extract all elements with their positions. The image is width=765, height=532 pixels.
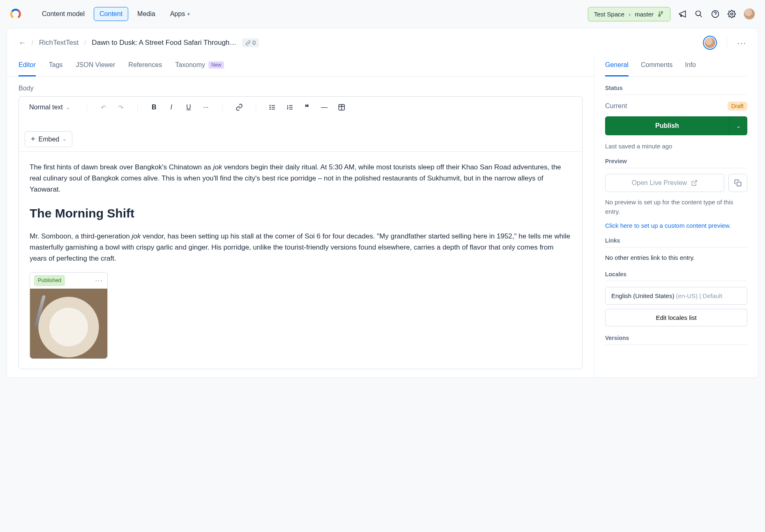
section-locales-heading: Locales xyxy=(605,271,747,281)
tab-references[interactable]: References xyxy=(128,56,162,76)
toolbar-divider xyxy=(222,103,223,112)
editor-column: Editor Tags JSON Viewer References Taxon… xyxy=(7,56,594,377)
no-preview-text: No preview is set up for the content typ… xyxy=(605,198,747,216)
toolbar-divider xyxy=(87,103,87,112)
last-saved-text: Last saved a minute ago xyxy=(605,143,747,150)
announce-icon[interactable] xyxy=(678,9,687,19)
chevron-down-icon: ⌄ xyxy=(736,123,741,129)
table-icon[interactable] xyxy=(337,104,346,111)
presence-avatar[interactable] xyxy=(703,36,717,50)
field-label-body: Body xyxy=(18,85,582,92)
undo-icon[interactable]: ↶ xyxy=(99,104,108,111)
toolbar-divider xyxy=(256,103,256,112)
locale-selector[interactable]: English (United States) (en-US) | Defaul… xyxy=(605,287,747,305)
logo xyxy=(10,8,21,20)
side-tab-general[interactable]: General xyxy=(605,56,629,76)
format-label: Normal text xyxy=(29,104,63,111)
topbar: Content model Content Media Apps ▾ Test … xyxy=(0,0,765,28)
toolbar-divider xyxy=(137,103,138,112)
sidebar-tabs: General Comments Info xyxy=(605,56,747,76)
top-navigation: Content model Content Media Apps ▾ xyxy=(36,7,588,21)
side-tab-info[interactable]: Info xyxy=(685,56,696,76)
chevron-down-icon: ⌄ xyxy=(62,136,66,142)
tab-taxonomy[interactable]: Taxonomy New xyxy=(175,56,224,76)
nav-apps-label: Apps xyxy=(170,10,185,18)
horizontal-rule-icon[interactable]: — xyxy=(320,104,328,111)
tab-tags[interactable]: Tags xyxy=(49,56,63,76)
rte-content-area[interactable]: The first hints of dawn break over Bangk… xyxy=(19,152,582,369)
nav-media[interactable]: Media xyxy=(132,7,161,21)
breadcrumb: ← / RichTextTest / Dawn to Dusk: A Stree… xyxy=(7,28,758,56)
svg-point-6 xyxy=(270,105,270,106)
external-link-icon xyxy=(691,180,698,186)
sidebar-column: General Comments Info Status Current Dra… xyxy=(594,56,758,377)
underline-icon[interactable]: U xyxy=(185,104,193,111)
format-dropdown[interactable]: Normal text ⌄ xyxy=(25,101,74,114)
editor-tabs: Editor Tags JSON Viewer References Taxon… xyxy=(7,56,594,76)
more-formatting-icon[interactable]: ··· xyxy=(202,104,210,111)
link-icon xyxy=(245,40,251,46)
space-env-selector[interactable]: Test Space › master xyxy=(588,7,670,21)
ordered-list-icon[interactable] xyxy=(286,104,294,111)
new-badge: New xyxy=(208,61,224,69)
search-icon[interactable] xyxy=(694,9,703,19)
section-versions-heading: Versions xyxy=(605,335,747,345)
chevron-down-icon: ▾ xyxy=(187,12,190,17)
publish-button[interactable]: Publish xyxy=(605,116,729,135)
tab-editor[interactable]: Editor xyxy=(18,56,36,76)
status-badge: Draft xyxy=(728,102,747,111)
svg-point-2 xyxy=(731,13,733,15)
topbar-right: Test Space › master xyxy=(588,7,755,21)
hyperlink-icon[interactable] xyxy=(235,104,243,111)
tab-taxonomy-label: Taxonomy xyxy=(175,61,205,69)
divider xyxy=(727,38,727,48)
avatar[interactable] xyxy=(744,8,755,20)
nav-content-model[interactable]: Content model xyxy=(36,7,90,21)
asset-more-icon[interactable]: ··· xyxy=(95,275,103,286)
svg-point-7 xyxy=(270,107,270,108)
setup-preview-link[interactable]: Click here to set up a custom content pr… xyxy=(605,222,747,229)
asset-status-badge: Published xyxy=(34,275,65,286)
gear-icon[interactable] xyxy=(727,9,736,19)
publish-dropdown[interactable]: ⌄ xyxy=(729,116,747,135)
more-menu-icon[interactable]: ··· xyxy=(737,38,747,48)
heading-2: The Morning Shift xyxy=(30,204,571,223)
links-count: 0 xyxy=(252,39,256,46)
bold-icon[interactable]: B xyxy=(150,104,158,111)
section-status-heading: Status xyxy=(605,85,747,95)
bullet-list-icon[interactable] xyxy=(268,104,277,111)
back-arrow-icon[interactable]: ← xyxy=(18,39,26,47)
embedded-asset-card[interactable]: Published ··· xyxy=(30,272,108,359)
blockquote-icon[interactable]: ❝ xyxy=(303,102,311,112)
breadcrumb-sep: / xyxy=(32,39,33,46)
copy-preview-icon[interactable] xyxy=(728,174,747,192)
section-preview-heading: Preview xyxy=(605,158,747,168)
open-live-preview-button[interactable]: Open Live Preview xyxy=(605,174,724,192)
breadcrumb-parent[interactable]: RichTextTest xyxy=(39,39,79,47)
side-tab-comments[interactable]: Comments xyxy=(641,56,673,76)
plus-icon: + xyxy=(31,135,35,143)
current-label: Current xyxy=(605,102,627,110)
rte-toolbar: Normal text ⌄ ↶ ↷ B I U xyxy=(19,97,582,152)
help-icon[interactable] xyxy=(711,9,720,19)
embed-button[interactable]: + Embed ⌄ xyxy=(25,131,72,147)
embed-label: Embed xyxy=(39,136,60,143)
incoming-links-pill[interactable]: 0 xyxy=(242,38,259,47)
entry-title: Dawn to Dusk: A Street Food Safari Throu… xyxy=(92,39,236,47)
redo-icon[interactable]: ↷ xyxy=(117,104,125,111)
main-card: ← / RichTextTest / Dawn to Dusk: A Stree… xyxy=(7,28,758,378)
asset-thumbnail xyxy=(30,289,107,359)
paragraph: Mr. Somboon, a third-generation jok vend… xyxy=(30,231,571,264)
tab-json-viewer[interactable]: JSON Viewer xyxy=(76,56,116,76)
space-name: Test Space xyxy=(594,11,624,18)
svg-point-8 xyxy=(270,109,270,110)
locale-name: English (United States) xyxy=(611,292,674,299)
branch-icon xyxy=(658,11,664,17)
italic-icon[interactable]: I xyxy=(167,104,176,111)
nav-apps[interactable]: Apps ▾ xyxy=(164,7,196,21)
locale-suffix: (en-US) | Default xyxy=(676,292,722,299)
section-links-heading: Links xyxy=(605,237,747,247)
edit-locales-button[interactable]: Edit locales list xyxy=(605,309,747,326)
svg-rect-15 xyxy=(737,182,741,186)
nav-content[interactable]: Content xyxy=(94,7,128,21)
